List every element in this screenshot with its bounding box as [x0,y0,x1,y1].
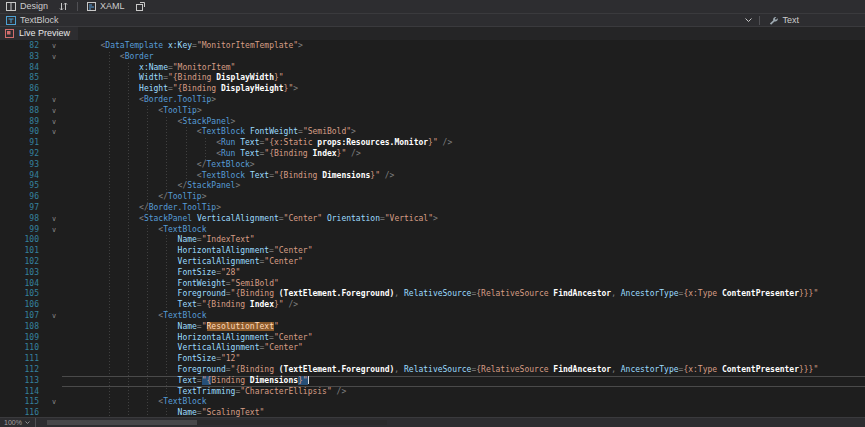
code-line-95[interactable]: 95 </StackPanel> [0,181,865,192]
live-preview-tab[interactable]: Live Preview [0,27,78,40]
line-number[interactable]: 111 [0,354,46,365]
line-number[interactable]: 103 [0,268,46,279]
fold-chevron-icon[interactable]: ∨ [46,127,62,138]
line-number[interactable]: 98 [0,214,46,225]
line-number[interactable]: 100 [0,235,46,246]
code-line-98[interactable]: 98∨ <StackPanel VerticalAlignment="Cente… [0,214,865,225]
line-number[interactable]: 112 [0,365,46,376]
breadcrumb-property[interactable]: Text [767,14,801,27]
line-number[interactable]: 102 [0,257,46,268]
code-line-94[interactable]: 94 <TextBlock Text="{Binding Dimensions}… [0,171,865,182]
code-line-109[interactable]: 109 HorizontalAlignment="Center" [0,333,865,344]
line-number[interactable]: 106 [0,300,46,311]
code-line-113[interactable]: 113 Text="{Binding Dimensions}" [0,376,865,387]
popout-button[interactable] [134,0,147,13]
fold-chevron-icon[interactable]: ∨ [46,397,62,408]
xaml-document-icon [87,2,96,11]
code-line-104[interactable]: 104 FontWeight="SemiBold" [0,279,865,290]
line-number[interactable]: 96 [0,192,46,203]
code-line-105[interactable]: 105 Foreground="{Binding (TextElement.Fo… [0,289,865,300]
code-line-108[interactable]: 108 Name="ResolutionText" [0,322,865,333]
horizontal-scrollbar[interactable] [47,420,387,425]
code-line-82[interactable]: 82∨ <DataTemplate x:Key="MonitorItemTemp… [0,41,865,52]
fold-chevron-icon[interactable]: ∨ [46,95,62,106]
fold-chevron-icon[interactable]: ∨ [46,52,62,63]
fold-chevron-icon[interactable]: ∨ [46,214,62,225]
code-line-93[interactable]: 93 </TextBlock> [0,160,865,171]
line-number[interactable]: 85 [0,73,46,84]
line-number[interactable]: 88 [0,106,46,117]
code-text: HorizontalAlignment="Center" [62,333,865,344]
code-line-91[interactable]: 91 <Run Text="{x:Static props:Resources.… [0,138,865,149]
swap-panes-button[interactable] [57,0,70,13]
line-number[interactable]: 109 [0,333,46,344]
line-number[interactable]: 114 [0,387,46,398]
fold-chevron-icon[interactable]: ∨ [46,225,62,236]
code-text: <TextBlock FontWeight="SemiBold"> [62,127,865,138]
code-text: FontSize="28" [62,268,865,279]
code-line-101[interactable]: 101 HorizontalAlignment="Center" [0,246,865,257]
code-line-99[interactable]: 99∨ <TextBlock [0,225,865,236]
fold-chevron-icon[interactable]: ∨ [46,41,62,52]
line-number[interactable]: 94 [0,171,46,182]
popout-icon [136,2,145,11]
line-number[interactable]: 110 [0,343,46,354]
code-line-115[interactable]: 115∨ <TextBlock [0,397,865,408]
line-number[interactable]: 87 [0,95,46,106]
line-number[interactable]: 89 [0,117,46,128]
line-number[interactable]: 92 [0,149,46,160]
line-number[interactable]: 97 [0,203,46,214]
fold-chevron-icon[interactable]: ∨ [46,117,62,128]
code-line-97[interactable]: 97 </Border.ToolTip> [0,203,865,214]
code-line-114[interactable]: 114 TextTrimming="CharacterEllipsis" /> [0,387,865,398]
line-number[interactable]: 82 [0,41,46,52]
line-number[interactable]: 113 [0,376,46,387]
code-editor[interactable]: 82∨ <DataTemplate x:Key="MonitorItemTemp… [0,40,865,427]
zoom-control[interactable]: 100% [4,418,30,427]
design-tab[interactable]: Design [4,0,50,13]
code-text: </Border.ToolTip> [62,203,865,214]
chevron-down-icon[interactable] [745,18,752,23]
line-number[interactable]: 104 [0,279,46,290]
line-number[interactable]: 93 [0,160,46,171]
code-line-100[interactable]: 100 Name="IndexText" [0,235,865,246]
code-text: <Border.ToolTip> [62,95,865,106]
code-line-83[interactable]: 83∨ <Border [0,52,865,63]
xaml-tab[interactable]: XAML [85,0,127,13]
code-line-111[interactable]: 111 FontSize="12" [0,354,865,365]
code-line-96[interactable]: 96 </ToolTip> [0,192,865,203]
code-line-103[interactable]: 103 FontSize="28" [0,268,865,279]
code-line-89[interactable]: 89∨ <StackPanel> [0,117,865,128]
line-number[interactable]: 86 [0,84,46,95]
code-text: </ToolTip> [62,192,865,203]
code-line-102[interactable]: 102 VerticalAlignment="Center" [0,257,865,268]
code-line-112[interactable]: 112 Foreground="{Binding (TextElement.Fo… [0,365,865,376]
breadcrumb-element[interactable]: TextBlock [4,14,61,26]
line-number[interactable]: 107 [0,311,46,322]
code-line-86[interactable]: 86 Height="{Binding DisplayHeight}"> [0,84,865,95]
code-line-87[interactable]: 87∨ <Border.ToolTip> [0,95,865,106]
line-number[interactable]: 115 [0,397,46,408]
code-line-106[interactable]: 106 Text="{Binding Index}" /> [0,300,865,311]
code-line-85[interactable]: 85 Width="{Binding DisplayWidth}" [0,73,865,84]
line-number[interactable]: 95 [0,181,46,192]
fold-chevron-icon[interactable]: ∨ [46,311,62,322]
line-number[interactable]: 84 [0,63,46,74]
code-line-90[interactable]: 90∨ <TextBlock FontWeight="SemiBold"> [0,127,865,138]
line-number[interactable]: 101 [0,246,46,257]
line-number[interactable]: 83 [0,52,46,63]
fold-chevron-icon[interactable]: ∨ [46,106,62,117]
design-tab-label: Design [20,0,48,13]
line-number[interactable]: 108 [0,322,46,333]
divider [35,418,36,427]
code-line-107[interactable]: 107∨ <TextBlock [0,311,865,322]
code-line-110[interactable]: 110 VerticalAlignment="Center" [0,343,865,354]
line-number[interactable]: 99 [0,225,46,236]
line-number[interactable]: 90 [0,127,46,138]
code-line-88[interactable]: 88∨ <ToolTip> [0,106,865,117]
code-line-84[interactable]: 84 x:Name="MonitorItem" [0,63,865,74]
line-number[interactable]: 105 [0,289,46,300]
code-line-92[interactable]: 92 <Run Text="{Binding Index}" /> [0,149,865,160]
line-number[interactable]: 91 [0,138,46,149]
scrollbar-thumb[interactable] [47,420,197,425]
